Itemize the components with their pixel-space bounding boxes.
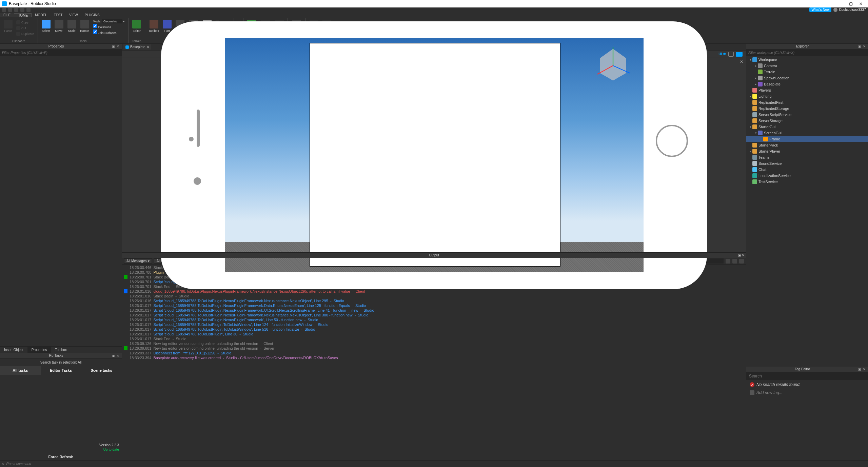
- tageditor-search-input[interactable]: [746, 372, 868, 380]
- document-tab[interactable]: Baseplate ✕: [123, 44, 151, 50]
- command-input[interactable]: [6, 462, 866, 466]
- output-clear-icon[interactable]: [732, 259, 737, 264]
- scale-button[interactable]: Scale: [66, 19, 78, 33]
- phone-home-button: [656, 125, 688, 157]
- undock-button[interactable]: ▣: [111, 44, 116, 48]
- qat-play-icon[interactable]: [26, 8, 31, 12]
- qat-open-icon[interactable]: [2, 8, 6, 12]
- menu-model[interactable]: MODEL: [32, 13, 51, 17]
- undock-button[interactable]: ▣: [738, 253, 741, 257]
- task-tab-all-tasks[interactable]: All tasks: [0, 366, 41, 375]
- expand-icon[interactable]: ▾: [748, 58, 752, 61]
- maximize-button[interactable]: ▢: [846, 0, 856, 7]
- close-panel-button[interactable]: ✕: [116, 44, 120, 48]
- tree-item-starterpack[interactable]: StarterPack: [746, 142, 868, 148]
- rotate-button[interactable]: Rotate: [79, 19, 91, 33]
- tree-item-workspace[interactable]: ▾Workspace: [746, 57, 868, 63]
- viewport[interactable]: ✕: [122, 58, 746, 252]
- task-tab-editor-tasks[interactable]: Editor Tasks: [41, 366, 81, 375]
- tree-item-frame[interactable]: Frame: [746, 136, 868, 142]
- collisions-checkbox[interactable]: Collisions: [93, 24, 125, 29]
- duplicate-button[interactable]: Duplicate: [15, 31, 36, 37]
- qat-save-icon[interactable]: [8, 8, 12, 12]
- lighting-icon: [752, 94, 757, 99]
- folder-icon: [752, 100, 757, 105]
- tree-item-starterplayer[interactable]: ▸StarterPlayer: [746, 148, 868, 154]
- mode-dropdown[interactable]: Mode: Geometric ▾: [93, 20, 125, 23]
- emulator-toggle-icon[interactable]: [736, 52, 743, 57]
- tree-item-screengui[interactable]: ▾ScreenGui: [746, 130, 868, 136]
- force-refresh-button[interactable]: Force Refresh: [0, 453, 122, 460]
- expand-icon[interactable]: ▸: [754, 82, 758, 86]
- close-button[interactable]: ✕: [856, 0, 866, 7]
- bottom-tab-toolbox[interactable]: Toolbox: [51, 347, 71, 353]
- device-icon[interactable]: [728, 52, 734, 57]
- properties-filter-input[interactable]: [0, 49, 122, 56]
- close-emulator-button[interactable]: ✕: [740, 59, 743, 64]
- close-panel-button[interactable]: ✕: [116, 354, 120, 358]
- explorer-tree[interactable]: ▾Workspace▸CameraTerrain▸SpawnLocation▸B…: [746, 56, 868, 367]
- tree-item-baseplate[interactable]: ▸Baseplate: [746, 81, 868, 87]
- join-surfaces-checkbox[interactable]: Join Surfaces: [93, 30, 125, 35]
- axis-gizmo[interactable]: [594, 45, 632, 82]
- output-log[interactable]: 18:26:00.446 Stack End - Studio 18:26:00…: [122, 265, 746, 460]
- close-panel-button[interactable]: ✕: [742, 253, 745, 257]
- tree-item-replicatedstorage[interactable]: ReplicatedStorage: [746, 105, 868, 112]
- menu-view[interactable]: VIEW: [66, 13, 81, 17]
- gui-frame[interactable]: [310, 43, 560, 267]
- expand-icon[interactable]: ▾: [748, 125, 752, 129]
- tree-item-players[interactable]: Players: [746, 87, 868, 93]
- toolbox-button[interactable]: Toolbox: [147, 19, 160, 33]
- tree-item-teams[interactable]: Teams: [746, 154, 868, 160]
- expand-icon[interactable]: ▸: [754, 64, 758, 67]
- tree-item-soundservice[interactable]: SoundService: [746, 160, 868, 167]
- expand-icon[interactable]: ▸: [748, 95, 752, 98]
- tree-item-testservice[interactable]: TestService: [746, 179, 868, 185]
- copy-button[interactable]: Copy: [15, 20, 36, 25]
- bottom-tab-insert-object[interactable]: Insert Object: [0, 347, 27, 353]
- select-button[interactable]: Select: [40, 19, 52, 33]
- paste-button[interactable]: Paste: [2, 19, 14, 33]
- menu-home[interactable]: HOME: [14, 13, 32, 17]
- minimize-button[interactable]: —: [835, 0, 846, 7]
- expand-icon[interactable]: ▾: [754, 131, 758, 135]
- tree-item-serverscriptservice[interactable]: ServerScriptService: [746, 112, 868, 118]
- menu-plugins[interactable]: PLUGINS: [81, 13, 103, 17]
- move-button[interactable]: Move: [53, 19, 65, 33]
- close-tab-icon[interactable]: ✕: [146, 45, 149, 49]
- tree-item-chat[interactable]: Chat: [746, 167, 868, 173]
- tree-item-lighting[interactable]: ▸Lighting: [746, 93, 868, 99]
- undock-button[interactable]: ▣: [857, 367, 862, 371]
- tree-item-spawnlocation[interactable]: ▸SpawnLocation: [746, 75, 868, 81]
- whats-new-button[interactable]: What's New: [809, 7, 831, 12]
- tree-item-terrain[interactable]: Terrain: [746, 69, 868, 75]
- explorer-filter-input[interactable]: [746, 49, 868, 56]
- tree-item-serverstorage[interactable]: ServerStorage: [746, 118, 868, 124]
- cut-button[interactable]: Cut: [15, 25, 36, 31]
- ui-toggle[interactable]: UI 👁: [718, 52, 726, 56]
- menu-test[interactable]: TEST: [51, 13, 66, 17]
- messages-filter-dropdown[interactable]: All Messages ▾: [124, 258, 152, 264]
- add-tag-button[interactable]: Add new tag...: [746, 389, 868, 396]
- close-panel-button[interactable]: ✕: [862, 44, 867, 48]
- qat-redo-icon[interactable]: [20, 8, 24, 12]
- user-menu[interactable]: Coolcoolcool3337: [833, 8, 866, 12]
- qat-undo-icon[interactable]: [14, 8, 18, 12]
- output-menu-icon[interactable]: [739, 259, 744, 264]
- game-screen[interactable]: [225, 38, 644, 272]
- undock-button[interactable]: ▣: [857, 44, 862, 48]
- task-tab-scene-tasks[interactable]: Scene tasks: [81, 366, 122, 375]
- output-settings-icon[interactable]: [726, 259, 730, 264]
- tree-item-startergui[interactable]: ▾StarterGui: [746, 124, 868, 130]
- bottom-tab-properties[interactable]: Properties: [27, 347, 51, 353]
- undock-button[interactable]: ▣: [111, 354, 116, 358]
- expand-icon[interactable]: ▸: [754, 76, 758, 80]
- close-panel-button[interactable]: ✕: [862, 367, 867, 371]
- paste-icon: [4, 20, 13, 28]
- terrain-editor-button[interactable]: Editor: [131, 19, 143, 33]
- tree-item-localizationservice[interactable]: LocalizationService: [746, 173, 868, 179]
- menu-file[interactable]: FILE: [0, 13, 14, 17]
- tree-item-camera[interactable]: ▸Camera: [746, 63, 868, 69]
- tree-item-replicatedfirst[interactable]: ReplicatedFirst: [746, 99, 868, 105]
- expand-icon[interactable]: ▸: [748, 150, 752, 153]
